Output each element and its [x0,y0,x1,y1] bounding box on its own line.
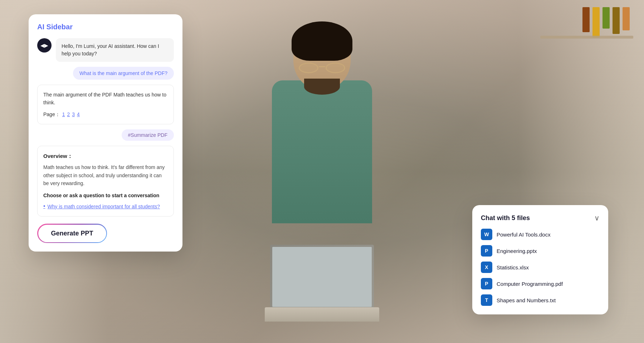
file-icon-label-4: P [485,281,488,287]
book [592,7,600,38]
book [613,7,620,34]
file-item-5[interactable]: T Shapes and Numbers.txt [481,294,600,306]
file-icon-2: P [481,245,492,257]
file-icon-label-1: W [484,232,489,237]
generate-ppt-container: Generate PPT [37,224,174,243]
file-icon-label-2: P [485,248,488,254]
file-item-4[interactable]: P Computer Programming.pdf [481,278,600,289]
generate-ppt-button[interactable]: Generate PPT [38,225,106,242]
ai-avatar-icon: ◀▶ [40,43,48,48]
overview-title: Overview： [43,152,168,160]
choose-label: Choose or ask a question to start a conv… [43,192,168,199]
file-name-3: Statistics.xlsx [497,264,529,270]
chat-area: ◀▶ Hello, I'm Lumi, your AI assistant. H… [37,38,174,217]
file-name-5: Shapes and Numbers.txt [497,297,556,303]
file-icon-label-3: X [485,264,488,270]
user-question-message: What is the main argument of the PDF? [37,67,174,80]
file-list: W Powerful AI Tools.docx P Engineering.p… [481,229,600,306]
page-ref-3[interactable]: 3 [72,110,75,118]
file-icon-5: T [481,294,492,306]
file-item-2[interactable]: P Engineering.pptx [481,245,600,257]
file-item-3[interactable]: X Statistics.xlsx [481,262,600,273]
overview-card: Overview： Math teaches us how to think. … [37,146,174,217]
ai-greeting-message: ◀▶ Hello, I'm Lumi, your AI assistant. H… [37,38,174,62]
file-icon-label-5: T [485,297,488,303]
page-ref-4[interactable]: 4 [77,110,80,118]
chat-files-title: Chat with 5 files [481,214,530,222]
user-question-bubble[interactable]: What is the main argument of the PDF? [73,67,174,80]
file-name-1: Powerful AI Tools.docx [497,232,551,238]
book [582,7,590,32]
page-ref-2[interactable]: 2 [67,110,70,118]
ai-avatar: ◀▶ [37,38,52,53]
ai-sidebar-card: AI Sidebar ◀▶ Hello, I'm Lumi, your AI a… [29,14,182,252]
question-link-wrapper: Why is math considered important for all… [43,203,168,210]
page-ref-1[interactable]: 1 [62,110,65,118]
summarize-btn-wrapper: #Summarize PDF [37,129,174,141]
chevron-down-icon[interactable]: ∨ [594,214,600,222]
question-link[interactable]: Why is math considered important for all… [43,203,168,210]
ai-response-text: The main argument of the PDF Math teache… [43,91,168,107]
file-icon-3: X [481,262,492,273]
bookshelf-top-right [582,7,630,38]
chat-files-card: Chat with 5 files ∨ W Powerful AI Tools.… [472,205,608,314]
book [623,7,630,30]
overview-desc: Math teaches us how to think. It's far d… [43,163,168,187]
ai-response-card: The main argument of the PDF Math teache… [37,85,174,124]
page-refs: Page： 1 2 3 4 [43,110,168,118]
file-icon-1: W [481,229,492,240]
file-icon-4: P [481,278,492,289]
ai-sidebar-title: AI Sidebar [37,23,174,31]
page-label: Page： [43,110,60,118]
file-name-2: Engineering.pptx [497,248,537,254]
generate-ppt-wrapper: Generate PPT [37,224,107,243]
ai-greeting-bubble: Hello, I'm Lumi, your AI assistant. How … [56,38,174,62]
chat-files-header: Chat with 5 files ∨ [481,214,600,222]
book [602,7,610,29]
shelf-line [540,36,633,39]
file-name-4: Computer Programming.pdf [497,281,563,287]
summarize-button[interactable]: #Summarize PDF [122,129,174,141]
file-item-1[interactable]: W Powerful AI Tools.docx [481,229,600,240]
